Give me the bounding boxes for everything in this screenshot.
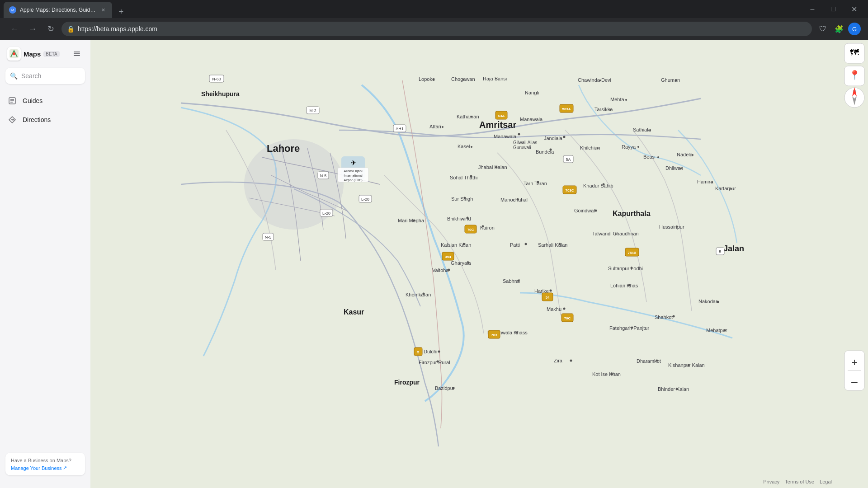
svg-text:Manochahal: Manochahal: [500, 197, 528, 202]
sidebar-toggle-button[interactable]: [71, 47, 83, 60]
guides-icon: [7, 96, 17, 106]
svg-point-113: [516, 332, 518, 334]
svg-text:Firozpur Rural: Firozpur Rural: [419, 360, 450, 365]
svg-text:Kalsian Kalan: Kalsian Kalan: [441, 242, 471, 248]
svg-point-105: [631, 267, 633, 269]
svg-point-117: [453, 387, 455, 389]
svg-text:Jandiala: Jandiala: [544, 136, 563, 141]
svg-point-127: [625, 99, 627, 101]
svg-text:Nadela: Nadela: [677, 152, 693, 157]
profile-avatar[interactable]: G: [848, 23, 861, 35]
svg-point-97: [448, 269, 450, 271]
active-tab[interactable]: M Apple Maps: Directions, Guides... ✕: [4, 2, 112, 18]
svg-text:54: 54: [546, 296, 550, 300]
svg-text:5A: 5A: [566, 157, 571, 162]
svg-text:703C: 703C: [565, 188, 574, 192]
toolbar-right: 🛡 🧩 G: [816, 22, 861, 36]
svg-point-108: [724, 329, 726, 332]
extensions-icon[interactable]: 🧩: [832, 22, 846, 36]
svg-text:Sohal Thathi: Sohal Thathi: [450, 175, 478, 180]
svg-text:503A: 503A: [562, 107, 571, 111]
svg-point-89: [525, 243, 527, 245]
svg-text:Sheikhupura: Sheikhupura: [201, 90, 240, 98]
svg-rect-4: [74, 52, 80, 52]
svg-text:Manawala: Manawala: [520, 117, 543, 122]
svg-point-3: [13, 52, 15, 55]
legal-link[interactable]: Legal: [820, 479, 832, 484]
svg-text:354: 354: [445, 255, 451, 259]
svg-text:Mari Megha: Mari Megha: [398, 218, 425, 223]
svg-point-98: [413, 220, 415, 222]
search-box[interactable]: 🔍 Search: [5, 68, 85, 84]
tab-close-button[interactable]: ✕: [99, 6, 107, 14]
sidebar-item-directions[interactable]: Directions: [0, 110, 90, 129]
forward-button[interactable]: →: [25, 22, 40, 36]
svg-text:Kasel: Kasel: [458, 144, 470, 149]
svg-text:L-20: L-20: [361, 197, 369, 202]
svg-text:Sultanpur Lodhi: Sultanpur Lodhi: [608, 266, 643, 271]
map-footer: Privacy Terms of Use Legal: [763, 479, 832, 484]
svg-point-107: [673, 315, 675, 318]
svg-text:Beas: Beas: [643, 154, 655, 160]
security-icon: 🔒: [67, 25, 74, 33]
terms-link[interactable]: Terms of Use: [785, 479, 814, 484]
svg-text:N-60: N-60: [212, 77, 221, 81]
svg-text:Valtoha: Valtoha: [432, 267, 449, 273]
svg-text:Hussainpur: Hussainpur: [659, 224, 684, 230]
svg-text:Patti: Patti: [510, 242, 520, 248]
minimize-button[interactable]: –: [802, 0, 823, 18]
address-bar[interactable]: 🔒 https://beta.maps.apple.com: [61, 22, 812, 36]
privacy-link[interactable]: Privacy: [763, 479, 779, 484]
map-svg: Lahore Amritsar Sheikhupura Kasur Kapurt…: [90, 40, 868, 488]
svg-point-123: [442, 126, 443, 128]
sidebar-search[interactable]: 🔍 Search: [5, 68, 85, 84]
svg-text:Kasur: Kasur: [344, 308, 364, 316]
logo-beta-badge: BETA: [43, 51, 59, 57]
svg-text:✈: ✈: [350, 159, 356, 167]
svg-point-137: [615, 233, 617, 235]
directions-icon: [7, 115, 17, 125]
close-button[interactable]: ✕: [844, 0, 864, 18]
svg-text:70C: 70C: [467, 228, 474, 232]
svg-point-106: [631, 327, 633, 329]
svg-point-96: [517, 198, 519, 201]
tab-favicon: M: [9, 6, 16, 14]
guides-label: Guides: [23, 97, 42, 104]
svg-text:AH1: AH1: [396, 127, 404, 131]
svg-text:Lahore: Lahore: [267, 143, 300, 154]
svg-text:703: 703: [491, 333, 497, 337]
apple-maps-logo: Maps BETA: [7, 47, 60, 61]
svg-point-84: [563, 136, 566, 138]
svg-point-100: [550, 290, 552, 292]
svg-text:Bhinder Kalan: Bhinder Kalan: [658, 386, 689, 392]
svg-point-101: [563, 308, 566, 310]
svg-point-132: [657, 156, 659, 158]
svg-point-130: [637, 146, 639, 148]
back-button[interactable]: ←: [7, 22, 22, 36]
svg-point-90: [559, 243, 561, 245]
svg-point-112: [676, 388, 678, 390]
external-link-icon: ↗: [63, 465, 67, 471]
manage-business-link[interactable]: Manage Your Business ↗: [11, 465, 80, 471]
svg-rect-5: [74, 53, 80, 54]
svg-text:70C: 70C: [564, 316, 571, 320]
svg-text:Goindwal: Goindwal: [574, 208, 595, 213]
svg-text:Kathanian: Kathanian: [457, 114, 479, 119]
svg-point-129: [649, 129, 651, 131]
svg-text:N-5: N-5: [265, 235, 272, 239]
svg-text:M-2: M-2: [309, 108, 316, 113]
map-container[interactable]: Lahore Amritsar Sheikhupura Kasur Kapurt…: [90, 40, 868, 488]
svg-point-121: [536, 92, 538, 94]
maximize-button[interactable]: □: [823, 0, 844, 18]
search-icon: 🔍: [10, 72, 18, 80]
svg-point-85: [550, 149, 552, 151]
new-tab-button[interactable]: +: [115, 5, 127, 18]
sidebar-item-guides[interactable]: Guides: [0, 91, 90, 110]
shield-icon[interactable]: 🛡: [816, 22, 830, 36]
svg-text:Sabhrai: Sabhrai: [503, 278, 520, 284]
svg-point-136: [692, 154, 693, 156]
svg-text:Jalan: Jalan: [723, 244, 744, 253]
svg-text:Makhu: Makhu: [547, 306, 561, 312]
svg-text:Allama Iqbal: Allama Iqbal: [344, 169, 363, 173]
reload-button[interactable]: ↻: [43, 22, 58, 36]
